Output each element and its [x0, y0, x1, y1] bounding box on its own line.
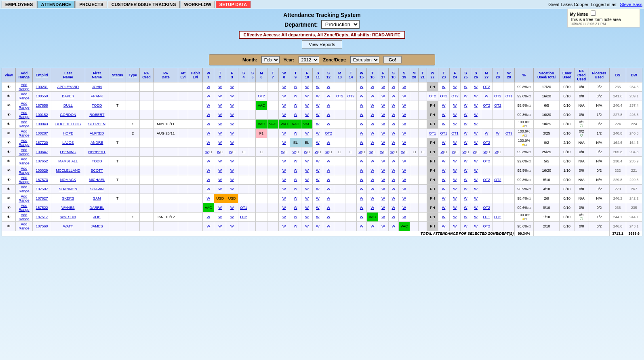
nav-projects[interactable]: PROJECTS: [76, 1, 107, 8]
table-row: 👁AddRange100550BAKERFRANKWWWOT2WWWWWOT2O…: [2, 92, 642, 101]
nav-customer-issue[interactable]: CUSTOMER ISSUE TRACKING: [108, 1, 180, 8]
year-select[interactable]: 201220112013: [299, 56, 319, 63]
col-habit-lvl: HabitLvl: [188, 68, 202, 82]
nav-setup-data[interactable]: SETUP DATA: [216, 1, 250, 8]
total-dw: 3688.6: [626, 231, 642, 236]
nav-workflow[interactable]: WORKFLOW: [181, 1, 215, 8]
total-pct: 99.34%: [515, 231, 534, 236]
total-label: TOTAL ATTENDANCE FOR SELECTED ZONE/DEPT(…: [2, 231, 515, 236]
col-emplid: EmplId: [33, 68, 51, 82]
col-s5: S5: [249, 68, 256, 82]
col-add-range: AddRange: [15, 68, 33, 82]
table-row: 👁AddRange187658DULLTODDTWWWVACWWWWWWWWWW…: [2, 101, 642, 110]
col-t23: T23: [438, 68, 449, 82]
col-pa-date: PADate: [154, 68, 178, 82]
col-s18: S18: [388, 68, 398, 82]
table-row: 👁AddRange100152GORDONROBERTWWWWWWWWWWWWW…: [2, 110, 642, 120]
col-vacation: VacationUsed/Total: [533, 68, 560, 82]
nav-attendance[interactable]: ATTENDANCE: [37, 1, 75, 8]
col-first-name: FirstName: [85, 68, 109, 82]
table-row: 👁AddRange100043GOULDELOOSSTEPHEN1MAY 10/…: [2, 120, 642, 129]
total-ds: 3713.1: [610, 231, 626, 236]
main-table-wrapper: View AddRange EmplId LastName FirstName …: [0, 68, 644, 236]
col-t28: T28: [492, 68, 503, 82]
col-w15: W15: [356, 68, 366, 82]
col-s4: S4: [238, 68, 249, 82]
col-s26: S26: [471, 68, 481, 82]
view-reports-row: View Reports: [0, 40, 644, 48]
col-f24: F24: [449, 68, 461, 82]
access-banner: Effective Access: All departments, All Z…: [0, 31, 644, 39]
col-m20: M20: [410, 68, 419, 82]
col-f10: F10: [301, 68, 313, 82]
col-s19: S19: [398, 68, 410, 82]
company-name: Great Lakes Copper: [548, 2, 588, 7]
col-t16: T16: [367, 68, 378, 82]
col-att-lvl: AttLvl: [178, 68, 188, 82]
title-area: Attendance Tracking System Department: P…: [0, 9, 644, 52]
col-f3: F3: [226, 68, 238, 82]
notes-title: My Notes: [570, 12, 588, 17]
col-pa-cred-used: PACredUsed: [574, 68, 589, 82]
table-row: 👁AddRange187507SHANNONSHAWNWWWWWWWWWWWWW…: [2, 185, 642, 194]
dept-label: Department:: [284, 21, 318, 28]
nav-employees[interactable]: EMPLOYEES: [2, 1, 36, 8]
col-t21: T21: [419, 68, 427, 82]
logged-in-label: Logged in as:: [591, 2, 617, 7]
table-row: 👁AddRange187573NOMACKMICHAELTWWWWWWWWWWW…: [2, 175, 642, 185]
my-notes-panel: My Notes This is a free-form note area 1…: [567, 9, 640, 27]
table-row: 👁AddRange187517WATSONJOE1JAN. 10/12WWWOT…: [2, 213, 642, 222]
col-s25: S25: [461, 68, 471, 82]
col-status: Status: [109, 68, 126, 82]
year-label: Year:: [284, 57, 295, 62]
col-t9: T9: [290, 68, 301, 82]
col-w22: W22: [427, 68, 438, 82]
col-w8: W8: [278, 68, 290, 82]
month-select[interactable]: FebJanMar: [261, 56, 280, 63]
nav-user-info: Great Lakes Copper Logged in as: Steve S…: [548, 2, 642, 7]
notes-checkbox[interactable]: [591, 11, 596, 16]
notes-timestamp: 10/9/2011 2:06:31 PM: [570, 22, 637, 26]
col-w1: W1: [203, 68, 214, 82]
col-s11: S11: [313, 68, 323, 82]
page-title: Attendance Tracking System: [0, 12, 644, 18]
col-type: Type: [126, 68, 140, 82]
notes-content[interactable]: This is a free-form note area: [570, 17, 637, 22]
table-row: 👁AddRange100647LEEMINGHERBERTW☐W☐W☐☐☐W☐W…: [2, 147, 642, 157]
col-t2: T2: [214, 68, 226, 82]
col-view: View: [2, 68, 16, 82]
go-button[interactable]: Go!: [383, 56, 402, 63]
col-floaters: FloatersUsed: [589, 68, 610, 82]
total-row: TOTAL ATTENDANCE FOR SELECTED ZONE/DEPT(…: [2, 231, 642, 236]
table-row: 👁AddRange187522WANESDARRELVACWWOT1WWWWWW…: [2, 203, 642, 213]
table-row: 👁AddRange187560WATTJAMESWWWWWWWWWWWWVACP…: [2, 222, 642, 231]
table-row: 👁AddRange100231APPLEYARDJOHNWWWWWWWWWWWW…: [2, 82, 642, 92]
col-m27: M27: [481, 68, 492, 82]
access-text: Effective Access: All departments, All Z…: [239, 31, 405, 39]
attendance-table: View AddRange EmplId LastName FirstName …: [2, 68, 642, 236]
table-row: 👁AddRange100287HOPEALFRED2AUG 26/11WWWF1…: [2, 129, 642, 138]
dept-select[interactable]: Production: [321, 20, 360, 29]
col-last-name: LastName: [51, 68, 85, 82]
zone-label: Zone/Dept:: [323, 57, 346, 62]
col-m6: M6: [256, 68, 267, 82]
table-row: 👁AddRange187627SKERSSAMTWUSDUSDWWWWWWWWW…: [2, 194, 642, 203]
col-emer: EmerUsed: [560, 68, 574, 82]
top-nav: EMPLOYEES ATTENDANCE PROJECTS CUSTOMER I…: [0, 0, 644, 9]
col-dw: DW: [626, 68, 642, 82]
filter-bar: Month: FebJanMar Year: 201220112013 Zone…: [209, 54, 435, 65]
col-s12: S12: [323, 68, 334, 82]
col-pct: %: [515, 68, 534, 82]
view-reports-button[interactable]: View Reports: [302, 40, 342, 48]
zone-select[interactable]: ExtrusionAll: [350, 56, 379, 63]
col-t14: T14: [345, 68, 357, 82]
table-row: 👁AddRange187652MARSHALLTODDTWWWWWWWWWWWW…: [2, 157, 642, 166]
table-row: 👁AddRange187720LAJOSANDRETWWWWELELWWWWWW…: [2, 138, 642, 147]
col-pa-cred: PACred: [140, 68, 154, 82]
col-ds: DS: [610, 68, 626, 82]
user-link[interactable]: Steve Sass: [620, 2, 642, 7]
col-m13: M13: [334, 68, 345, 82]
table-row: 👁AddRange100029MCCLELLANDSCOTTWWWWWWWWWW…: [2, 166, 642, 175]
col-t7: T7: [267, 68, 278, 82]
month-label: Month:: [242, 57, 257, 62]
